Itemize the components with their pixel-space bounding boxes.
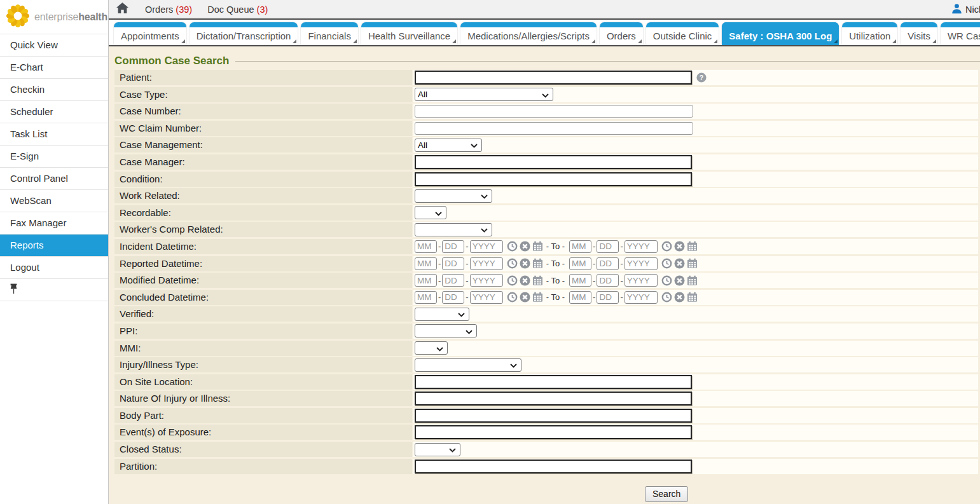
form-row-injury-illness-type: Injury/Illness Type: bbox=[114, 357, 978, 372]
tab-wr-case-mgmt[interactable]: WR Case Mgmt bbox=[941, 22, 980, 45]
modified-datetime-to-month-input[interactable] bbox=[569, 274, 591, 287]
verified-select[interactable] bbox=[415, 308, 469, 321]
sidebar-item-checkin[interactable]: Checkin bbox=[0, 79, 108, 101]
sidebar-item-webscan[interactable]: WebScan bbox=[0, 190, 108, 212]
concluded-datetime-to-day-input[interactable] bbox=[597, 291, 619, 304]
mmi-select[interactable] bbox=[415, 341, 448, 355]
concluded-datetime-from-day-input[interactable] bbox=[442, 291, 464, 304]
clear-icon[interactable] bbox=[520, 292, 530, 303]
incident-datetime-to-month-input[interactable] bbox=[569, 240, 591, 253]
incident-datetime-to-day-input[interactable] bbox=[597, 240, 619, 253]
ppi-select[interactable] bbox=[415, 324, 477, 337]
clock-icon[interactable] bbox=[661, 275, 672, 286]
calendar-icon[interactable] bbox=[532, 292, 543, 303]
clear-icon[interactable] bbox=[674, 258, 685, 269]
recordable-select[interactable] bbox=[415, 206, 446, 219]
sidebar-item-e-chart[interactable]: E-Chart bbox=[0, 57, 108, 79]
reported-datetime-from-day-input[interactable] bbox=[442, 257, 464, 270]
sidebar-item-control-panel[interactable]: Control Panel bbox=[0, 168, 108, 190]
clock-icon[interactable] bbox=[661, 258, 672, 269]
modified-datetime-to-year-input[interactable] bbox=[625, 274, 658, 287]
closed-status-select[interactable] bbox=[415, 443, 460, 456]
clock-icon[interactable] bbox=[661, 292, 672, 303]
orders-nav-item[interactable]: Orders (39) bbox=[145, 4, 192, 15]
reported-datetime-from-year-input[interactable] bbox=[470, 257, 503, 270]
clock-icon[interactable] bbox=[507, 241, 518, 252]
sidebar-item-e-sign[interactable]: E-Sign bbox=[0, 146, 108, 168]
calendar-icon[interactable] bbox=[687, 275, 698, 286]
tab-outside-clinic[interactable]: Outside Clinic bbox=[646, 22, 719, 45]
case-management-select[interactable]: All bbox=[415, 139, 482, 152]
body-part-input[interactable] bbox=[415, 409, 692, 423]
tab-dictation-transcription[interactable]: Dictation/Transcription bbox=[190, 22, 298, 45]
calendar-icon[interactable] bbox=[687, 241, 698, 252]
injury-illness-type-select[interactable] bbox=[415, 358, 521, 372]
tab-appointments[interactable]: Appointments bbox=[114, 22, 186, 45]
clear-icon[interactable] bbox=[520, 241, 530, 252]
clock-icon[interactable] bbox=[661, 241, 672, 252]
event-s-of-exposure-input[interactable] bbox=[415, 425, 692, 439]
tab-orders[interactable]: Orders bbox=[600, 22, 643, 45]
reported-datetime-from-month-input[interactable] bbox=[415, 257, 437, 270]
nature-of-injury-or-illness-input[interactable] bbox=[415, 392, 692, 405]
incident-datetime-to-year-input[interactable] bbox=[625, 240, 658, 253]
worker-s-comp-related-select[interactable] bbox=[415, 223, 492, 236]
reported-datetime-to-day-input[interactable] bbox=[597, 257, 619, 270]
case-manager-input[interactable] bbox=[415, 155, 692, 169]
incident-datetime-from-month-input[interactable] bbox=[415, 240, 437, 253]
patient-input[interactable] bbox=[415, 71, 692, 85]
clear-icon[interactable] bbox=[674, 292, 685, 303]
form-row-recordable: Recordable: bbox=[114, 205, 978, 221]
calendar-icon[interactable] bbox=[532, 241, 543, 252]
home-button[interactable] bbox=[116, 3, 128, 16]
doc-queue-nav-item[interactable]: Doc Queue (3) bbox=[207, 4, 268, 15]
incident-datetime-from-year-input[interactable] bbox=[470, 240, 503, 253]
tab-utilization[interactable]: Utilization bbox=[842, 22, 897, 45]
clear-icon[interactable] bbox=[520, 258, 530, 269]
sidebar-item-fax-manager[interactable]: Fax Manager bbox=[0, 212, 108, 235]
tab-visits[interactable]: Visits bbox=[901, 22, 937, 45]
sidebar-item-quick-view[interactable]: Quick View bbox=[0, 34, 108, 57]
modified-datetime-from-month-input[interactable] bbox=[415, 274, 437, 287]
partition-input[interactable] bbox=[415, 460, 692, 473]
tab-financials[interactable]: Financials bbox=[301, 22, 358, 45]
concluded-datetime-to-month-input[interactable] bbox=[569, 291, 591, 304]
tab-health-surveillance[interactable]: Health Surveillance bbox=[361, 22, 457, 45]
calendar-icon[interactable] bbox=[687, 258, 698, 269]
sidebar-pin-row[interactable] bbox=[0, 279, 108, 301]
clear-icon[interactable] bbox=[520, 275, 530, 286]
sidebar-item-scheduler[interactable]: Scheduler bbox=[0, 101, 108, 123]
user-menu[interactable]: Nich bbox=[948, 0, 980, 18]
modified-datetime-from-year-input[interactable] bbox=[470, 274, 503, 287]
concluded-datetime-from-year-input[interactable] bbox=[470, 291, 503, 304]
modified-datetime-from-day-input[interactable] bbox=[442, 274, 464, 287]
sidebar-item-task-list[interactable]: Task List bbox=[0, 123, 108, 146]
concluded-datetime-from-month-input[interactable] bbox=[415, 291, 437, 304]
concluded-datetime-to-year-input[interactable] bbox=[625, 291, 658, 304]
field-label-recordable: Recordable: bbox=[114, 205, 412, 221]
clear-icon[interactable] bbox=[674, 241, 685, 252]
clear-icon[interactable] bbox=[674, 275, 685, 286]
modified-datetime-to-day-input[interactable] bbox=[597, 274, 619, 287]
calendar-icon[interactable] bbox=[687, 292, 698, 303]
tab-safety-osha-300-log[interactable]: Safety : OSHA 300 Log bbox=[722, 22, 839, 45]
reported-datetime-to-year-input[interactable] bbox=[625, 257, 658, 270]
wc-claim-number-input[interactable] bbox=[415, 122, 693, 135]
work-related-select[interactable] bbox=[415, 189, 492, 203]
clock-icon[interactable] bbox=[507, 292, 518, 303]
case-number-input[interactable] bbox=[415, 105, 693, 118]
incident-datetime-from-day-input[interactable] bbox=[442, 240, 464, 253]
search-button[interactable]: Search bbox=[645, 486, 688, 502]
case-type-select[interactable]: All bbox=[415, 88, 553, 101]
clock-icon[interactable] bbox=[507, 275, 518, 286]
tab-medications-allergies-scripts[interactable]: Medications/Allergies/Scripts bbox=[460, 22, 597, 45]
calendar-icon[interactable] bbox=[532, 258, 543, 269]
reported-datetime-to-month-input[interactable] bbox=[569, 257, 591, 270]
sidebar-item-reports[interactable]: Reports bbox=[0, 235, 108, 257]
sidebar-item-logout[interactable]: Logout bbox=[0, 257, 108, 279]
calendar-icon[interactable] bbox=[532, 275, 543, 286]
help-icon[interactable]: ? bbox=[696, 72, 707, 83]
clock-icon[interactable] bbox=[507, 258, 518, 269]
condition-input[interactable] bbox=[415, 172, 692, 186]
on-site-location-input[interactable] bbox=[415, 375, 692, 389]
